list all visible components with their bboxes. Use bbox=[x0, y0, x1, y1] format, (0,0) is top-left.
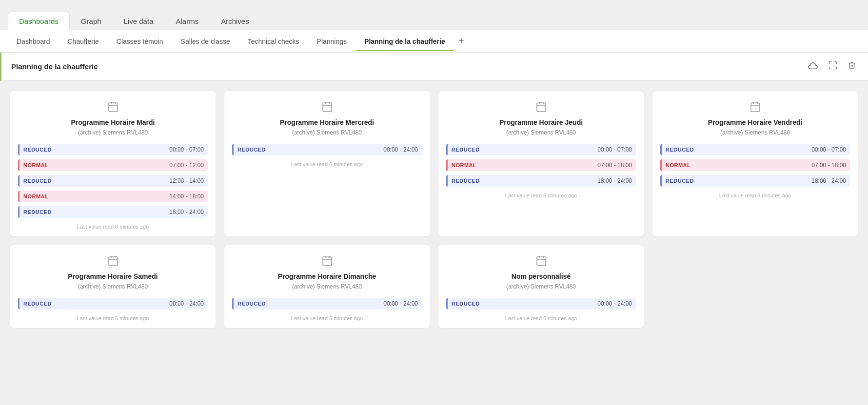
schedule-label: REDUCED bbox=[23, 178, 52, 184]
sub-tab-technical-checks[interactable]: Technical checks bbox=[239, 32, 308, 51]
page-header: Planning de la chaufferie bbox=[0, 53, 868, 81]
card-footer: Last value read 6 minutes ago bbox=[446, 193, 636, 198]
schedule-time: 07:00 - 12:00 bbox=[169, 162, 204, 169]
card-subtitle: (archive) Siemens RVL480 bbox=[506, 283, 576, 290]
cloud-icon[interactable] bbox=[806, 59, 820, 74]
tab-alarms[interactable]: Alarms bbox=[164, 12, 210, 30]
card-title: Programme Horaire Samedi bbox=[68, 272, 158, 280]
schedule-time: 00:00 - 24:00 bbox=[383, 300, 418, 307]
tab-archives[interactable]: Archives bbox=[210, 12, 260, 30]
schedule-card-nom-perso: Nom personnalisé(archive) Siemens RVL480… bbox=[438, 245, 644, 328]
card-header: Programme Horaire Mardi(archive) Siemens… bbox=[18, 101, 208, 136]
sub-nav: Dashboard Chaufferie Classes témoin Sall… bbox=[0, 30, 868, 53]
schedule-card-samedi: Programme Horaire Samedi(archive) Siemen… bbox=[10, 245, 216, 328]
svg-rect-4 bbox=[323, 103, 332, 112]
main-content: Programme Horaire Mardi(archive) Siemens… bbox=[0, 81, 868, 405]
card-header: Programme Horaire Mercredi(archive) Siem… bbox=[232, 101, 422, 136]
card-subtitle: (archive) Siemens RVL480 bbox=[720, 129, 790, 136]
tab-live-data[interactable]: Live data bbox=[113, 12, 165, 30]
card-title: Programme Horaire Mercredi bbox=[280, 118, 374, 126]
svg-rect-16 bbox=[109, 257, 118, 266]
schedule-row: REDUCED00:00 - 07:00 bbox=[660, 144, 850, 155]
card-header: Programme Horaire Samedi(archive) Siemen… bbox=[18, 255, 208, 290]
page-title: Planning de la chaufferie bbox=[11, 62, 98, 71]
schedule-row: REDUCED00:00 - 07:00 bbox=[18, 144, 208, 155]
schedule-time: 00:00 - 24:00 bbox=[169, 300, 204, 307]
schedule-label: REDUCED bbox=[452, 178, 480, 184]
calendar-icon bbox=[321, 255, 333, 270]
card-title: Programme Horaire Dimanche bbox=[278, 272, 376, 280]
sub-tab-plannings[interactable]: Plannings bbox=[308, 32, 356, 51]
svg-rect-12 bbox=[751, 103, 760, 112]
card-grid-row1: Programme Horaire Mardi(archive) Siemens… bbox=[10, 91, 858, 237]
card-subtitle: (archive) Siemens RVL480 bbox=[292, 129, 362, 136]
fullscreen-icon[interactable] bbox=[826, 58, 840, 75]
card-footer: Last value read 6 minutes ago bbox=[660, 193, 850, 198]
schedule-label: NORMAL bbox=[23, 193, 48, 199]
schedule-label: REDUCED bbox=[23, 147, 52, 153]
calendar-icon bbox=[107, 101, 119, 116]
card-footer: Last value read 6 minutes ago bbox=[232, 315, 422, 321]
svg-rect-20 bbox=[323, 257, 332, 266]
schedule-row: REDUCED18:00 - 24:00 bbox=[18, 206, 208, 218]
card-subtitle: (archive) Siemens RVL480 bbox=[292, 283, 362, 290]
card-grid-row2: Programme Horaire Samedi(archive) Siemen… bbox=[10, 245, 858, 328]
schedule-time: 12:00 - 14:00 bbox=[169, 177, 204, 184]
schedule-time: 07:00 - 18:00 bbox=[597, 162, 632, 169]
schedule-row: REDUCED18:00 - 24:00 bbox=[660, 175, 850, 187]
schedule-card-dimanche: Programme Horaire Dimanche(archive) Siem… bbox=[224, 245, 430, 328]
schedule-row: REDUCED00:00 - 24:00 bbox=[446, 298, 636, 309]
sub-tab-salles-classe[interactable]: Salles de classe bbox=[172, 32, 239, 51]
tab-graph[interactable]: Graph bbox=[70, 12, 113, 30]
delete-icon[interactable] bbox=[846, 58, 858, 75]
top-nav: Dashboards Graph Live data Alarms Archiv… bbox=[0, 0, 868, 30]
schedule-label: REDUCED bbox=[237, 301, 266, 307]
calendar-icon bbox=[535, 101, 547, 116]
schedule-label: REDUCED bbox=[23, 209, 52, 215]
schedule-card-mardi: Programme Horaire Mardi(archive) Siemens… bbox=[10, 91, 216, 237]
schedule-time: 00:00 - 07:00 bbox=[169, 146, 204, 153]
schedule-card-vendredi: Programme Horaire Vendredi(archive) Siem… bbox=[652, 91, 858, 237]
schedule-row: REDUCED00:00 - 24:00 bbox=[232, 144, 422, 155]
schedule-card-mercredi: Programme Horaire Mercredi(archive) Siem… bbox=[224, 91, 430, 237]
card-footer: Last value read 6 minutes ago bbox=[18, 315, 208, 321]
schedule-label: NORMAL bbox=[452, 162, 476, 168]
schedule-row: NORMAL14:00 - 18:00 bbox=[18, 191, 208, 202]
card-footer: Last value read 6 minutes ago bbox=[18, 224, 208, 230]
calendar-icon bbox=[750, 101, 761, 116]
calendar-icon bbox=[107, 255, 119, 270]
schedule-time: 18:00 - 24:00 bbox=[597, 177, 632, 184]
sub-tab-classes-temoin[interactable]: Classes témoin bbox=[108, 32, 172, 51]
tab-dashboards[interactable]: Dashboards bbox=[8, 12, 70, 30]
schedule-time: 00:00 - 07:00 bbox=[597, 146, 632, 153]
card-subtitle: (archive) Siemens RVL480 bbox=[78, 283, 148, 290]
schedule-row: NORMAL07:00 - 18:00 bbox=[660, 159, 850, 171]
svg-rect-24 bbox=[537, 257, 546, 266]
schedule-row: REDUCED00:00 - 24:00 bbox=[18, 298, 208, 309]
schedule-row: NORMAL07:00 - 18:00 bbox=[446, 159, 636, 171]
card-title: Programme Horaire Jeudi bbox=[499, 118, 583, 126]
schedule-label: NORMAL bbox=[23, 162, 48, 168]
sub-tab-planning-chaufferie[interactable]: Planning de la chaufferie bbox=[355, 32, 454, 51]
svg-rect-0 bbox=[109, 103, 118, 112]
calendar-icon bbox=[321, 101, 333, 116]
schedule-row: REDUCED18:00 - 24:00 bbox=[446, 175, 636, 187]
schedule-time: 18:00 - 24:00 bbox=[811, 177, 846, 184]
schedule-label: NORMAL bbox=[666, 162, 690, 168]
card-title: Nom personnalisé bbox=[512, 272, 571, 280]
schedule-time: 00:00 - 07:00 bbox=[811, 146, 846, 153]
svg-rect-8 bbox=[537, 103, 546, 112]
schedule-time: 00:00 - 24:00 bbox=[383, 146, 418, 153]
card-header: Programme Horaire Jeudi(archive) Siemens… bbox=[446, 101, 636, 136]
sub-tab-add-button[interactable]: + bbox=[454, 30, 469, 52]
schedule-label: REDUCED bbox=[237, 147, 266, 153]
card-subtitle: (archive) Siemens RVL480 bbox=[506, 129, 576, 136]
schedule-label: REDUCED bbox=[452, 147, 480, 153]
sub-tab-dashboard[interactable]: Dashboard bbox=[8, 32, 59, 51]
schedule-time: 00:00 - 24:00 bbox=[597, 300, 632, 307]
sub-tab-chaufferie[interactable]: Chaufferie bbox=[59, 32, 108, 51]
schedule-time: 14:00 - 18:00 bbox=[169, 193, 204, 200]
schedule-row: REDUCED12:00 - 14:00 bbox=[18, 175, 208, 187]
calendar-icon bbox=[535, 255, 547, 270]
schedule-row: REDUCED00:00 - 07:00 bbox=[446, 144, 636, 155]
